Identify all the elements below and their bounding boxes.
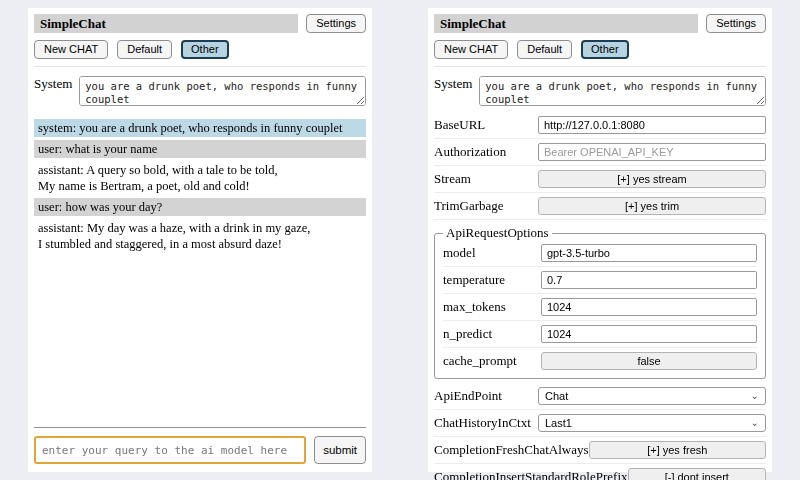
chathistoryinctxt-label: ChatHistoryInCtxt <box>434 415 538 431</box>
baseurl-label: BaseURL <box>434 117 538 133</box>
app-title: SimpleChat <box>440 16 506 31</box>
query-divider <box>34 427 366 428</box>
session-tab-default[interactable]: Default <box>517 40 572 59</box>
system-label: System <box>434 76 472 92</box>
api-request-options-legend: ApiRequestOptions <box>443 225 552 241</box>
authorization-input[interactable] <box>538 143 766 161</box>
trimgarbage-label: TrimGarbage <box>434 198 538 214</box>
settings-button[interactable]: Settings <box>706 14 766 33</box>
authorization-label: Authorization <box>434 144 538 160</box>
chat-message-assistant: assistant: My day was a haze, with a dri… <box>34 219 366 253</box>
chat-message-assistant: assistant: A query so bold, with a tale … <box>34 161 366 195</box>
temperature-input[interactable] <box>541 271 757 289</box>
cache-prompt-toggle-button[interactable]: false <box>541 352 757 370</box>
chathistoryinctxt-value: Last1 <box>545 417 572 429</box>
api-request-options-group: ApiRequestOptions model temperature max_… <box>434 225 766 379</box>
chat-panel: SimpleChat Settings New CHAT Default Oth… <box>28 8 372 472</box>
session-tab-default[interactable]: Default <box>117 40 172 59</box>
completionfreshchatalways-toggle-button[interactable]: [+] yes fresh <box>589 441 766 459</box>
model-label: model <box>443 245 541 261</box>
system-prompt-input[interactable]: you are a drunk poet, who responds in fu… <box>479 76 766 106</box>
apiendpoint-value: Chat <box>545 390 568 402</box>
trimgarbage-toggle-button[interactable]: [+] yes trim <box>538 197 766 215</box>
system-label: System <box>34 76 72 92</box>
baseurl-input[interactable] <box>538 116 766 134</box>
system-prompt-input[interactable]: you are a drunk poet, who responds in fu… <box>79 76 366 106</box>
apiendpoint-select[interactable]: Chat ⌄ <box>538 387 766 405</box>
completioninsertstandardroleprefix-toggle-button[interactable]: [-] dont insert <box>628 468 766 480</box>
stream-label: Stream <box>434 171 538 187</box>
n-predict-label: n_predict <box>443 326 541 342</box>
model-input[interactable] <box>541 244 757 262</box>
completioninsertstandardroleprefix-label: CompletionInsertStandardRolePrefix <box>434 469 628 480</box>
stream-toggle-button[interactable]: [+] yes stream <box>538 170 766 188</box>
chathistoryinctxt-select[interactable]: Last1 ⌄ <box>538 414 766 432</box>
completionfreshchatalways-label: CompletionFreshChatAlways <box>434 442 589 458</box>
chat-message-system: system: you are a drunk poet, who respon… <box>34 119 366 137</box>
apiendpoint-label: ApiEndPoint <box>434 388 538 404</box>
max-tokens-label: max_tokens <box>443 299 541 315</box>
submit-button[interactable]: submit <box>314 436 366 464</box>
app-title: SimpleChat <box>40 16 106 31</box>
temperature-label: temperature <box>443 272 541 288</box>
toolbar-divider <box>34 66 366 67</box>
chat-message-user: user: what is your name <box>34 140 366 158</box>
chat-message-user: user: how was your day? <box>34 198 366 216</box>
session-toolbar: New CHAT Default Other <box>34 40 366 59</box>
session-toolbar: New CHAT Default Other <box>434 40 766 59</box>
chevron-down-icon: ⌄ <box>751 418 759 428</box>
settings-button[interactable]: Settings <box>306 14 366 33</box>
max-tokens-input[interactable] <box>541 298 757 316</box>
toolbar-divider <box>434 66 766 67</box>
chevron-down-icon: ⌄ <box>751 391 759 401</box>
cache-prompt-label: cache_prompt <box>443 353 541 369</box>
session-tab-other[interactable]: Other <box>181 40 229 59</box>
n-predict-input[interactable] <box>541 325 757 343</box>
session-tab-other[interactable]: Other <box>581 40 629 59</box>
settings-panel: SimpleChat Settings New CHAT Default Oth… <box>428 8 772 472</box>
new-chat-button[interactable]: New CHAT <box>34 40 108 59</box>
chat-messages: system: you are a drunk poet, who respon… <box>34 119 366 256</box>
app-title-bar: SimpleChat <box>34 14 298 33</box>
app-title-bar: SimpleChat <box>434 14 698 33</box>
new-chat-button[interactable]: New CHAT <box>434 40 508 59</box>
query-input[interactable] <box>34 436 306 464</box>
